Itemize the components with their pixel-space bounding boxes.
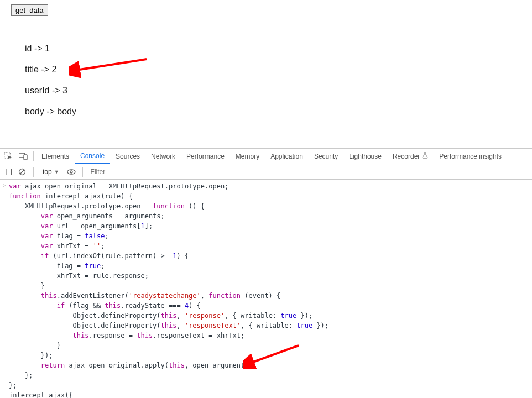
tab-lighthouse[interactable]: Lighthouse: [343, 149, 387, 164]
output-line: title -> 2: [25, 65, 521, 75]
tab-sources[interactable]: Sources: [110, 149, 145, 164]
tab-application[interactable]: Application: [265, 149, 309, 164]
chevron-down-icon: ▼: [54, 169, 59, 175]
live-expression-icon[interactable]: [66, 166, 77, 177]
get-data-button[interactable]: get_data: [11, 4, 48, 16]
tab-console[interactable]: Console: [75, 149, 110, 164]
sidebar-toggle-icon[interactable]: [2, 166, 13, 177]
svg-rect-5: [4, 169, 12, 175]
devtools-panel: ElementsConsoleSourcesNetworkPerformance…: [0, 148, 532, 398]
output-line: body -> body: [25, 107, 521, 117]
console-output[interactable]: > var ajax_open_original = XMLHttpReques…: [0, 180, 532, 398]
tab-memory[interactable]: Memory: [230, 149, 265, 164]
input-chevron-icon: >: [0, 181, 9, 398]
svg-point-10: [70, 171, 72, 173]
page-content: get_data id -> 1 title -> 2 userId -> 3 …: [0, 0, 532, 148]
console-toolbar: top▼: [0, 164, 532, 180]
output-line: id -> 1: [25, 44, 521, 54]
device-toggle-icon[interactable]: [15, 153, 31, 160]
output-line: userId -> 3: [25, 86, 521, 96]
clear-console-icon[interactable]: [17, 166, 28, 177]
tab-performance-insights[interactable]: Performance insights: [434, 149, 507, 164]
tab-network[interactable]: Network: [145, 149, 181, 164]
context-selector[interactable]: top▼: [39, 166, 62, 177]
output-list: id -> 1 title -> 2 userId -> 3 body -> b…: [25, 44, 521, 117]
inspect-icon[interactable]: [0, 152, 15, 160]
svg-line-8: [20, 170, 24, 174]
flask-icon: [422, 153, 428, 160]
devtools-tabbar: ElementsConsoleSourcesNetworkPerformance…: [0, 149, 532, 164]
svg-rect-4: [24, 155, 27, 160]
tab-elements[interactable]: Elements: [36, 149, 75, 164]
svg-point-9: [67, 169, 75, 174]
tab-security[interactable]: Security: [309, 149, 343, 164]
tab-recorder[interactable]: Recorder: [387, 149, 434, 164]
tab-performance[interactable]: Performance: [181, 149, 230, 164]
console-input-row: > var ajax_open_original = XMLHttpReques…: [0, 181, 532, 398]
filter-input[interactable]: [88, 166, 530, 177]
